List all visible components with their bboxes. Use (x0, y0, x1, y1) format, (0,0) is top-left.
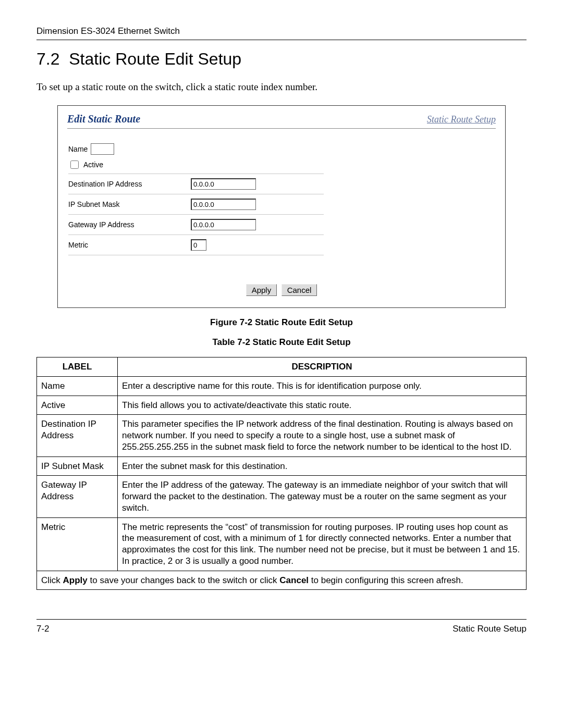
row-label: Metric (37, 517, 118, 571)
footer-section-name: Static Route Setup (452, 624, 527, 634)
table-row: Metric The metric represents the “cost” … (37, 517, 527, 571)
row-desc: Enter the subnet mask for this destinati… (118, 456, 527, 476)
section-number: 7.2 (36, 50, 59, 68)
active-checkbox[interactable] (70, 161, 79, 169)
table-row: Gateway IP Address Enter the IP address … (37, 476, 527, 517)
row-desc: This parameter specifies the IP network … (118, 415, 527, 456)
gateway-ip-input[interactable] (191, 219, 256, 230)
static-route-setup-link[interactable]: Static Route Setup (427, 114, 496, 125)
description-table: LABEL DESCRIPTION Name Enter a descripti… (36, 357, 527, 590)
active-label: Active (83, 161, 103, 169)
row-label: IP Subnet Mask (37, 456, 118, 476)
running-head: Dimension ES-3024 Ethernet Switch (36, 26, 527, 40)
row-desc: The metric represents the “cost” of tran… (118, 517, 527, 571)
section-heading: 7.2 Static Route Edit Setup (36, 50, 527, 69)
panel-header: Edit Static Route Static Route Setup (67, 113, 496, 129)
name-input[interactable] (91, 143, 114, 155)
page-footer: 7-2 Static Route Setup (36, 619, 527, 634)
table-row: Active This field allows you to activate… (37, 396, 527, 415)
table-row: Click Apply to save your changes back to… (37, 571, 527, 590)
table-row: Destination IP Address This parameter sp… (37, 415, 527, 456)
table-footer-note: Click Apply to save your changes back to… (37, 571, 527, 590)
row-desc: Enter the IP address of the gateway. The… (118, 476, 527, 517)
metric-input[interactable] (191, 239, 206, 251)
row-label: Destination IP Address (37, 415, 118, 456)
name-label: Name (68, 145, 88, 153)
table-row: Name Enter a descriptive name for this r… (37, 376, 527, 396)
row-desc: This field allows you to activate/deacti… (118, 396, 527, 415)
subnet-mask-input[interactable] (191, 199, 256, 210)
row-label: Name (37, 376, 118, 396)
intro-text: To set up a static route on the switch, … (36, 81, 527, 93)
dest-ip-input[interactable] (191, 178, 256, 190)
metric-label: Metric (68, 241, 191, 249)
row-desc: Enter a descriptive name for this route.… (118, 376, 527, 396)
subnet-mask-label: IP Subnet Mask (68, 200, 191, 208)
cancel-button[interactable]: Cancel (282, 284, 317, 296)
section-title: Static Route Edit Setup (69, 50, 241, 68)
page-number: 7-2 (36, 624, 50, 634)
th-description: DESCRIPTION (118, 357, 527, 377)
row-label: Active (37, 396, 118, 415)
table-row: IP Subnet Mask Enter the subnet mask for… (37, 456, 527, 476)
figure-caption: Figure 7-2 Static Route Edit Setup (36, 317, 527, 328)
row-label: Gateway IP Address (37, 476, 118, 517)
panel-title: Edit Static Route (67, 113, 140, 125)
dest-ip-label: Destination IP Address (68, 180, 191, 188)
table-caption: Table 7-2 Static Route Edit Setup (36, 337, 527, 348)
apply-button[interactable]: Apply (246, 284, 277, 296)
th-label: LABEL (37, 357, 118, 377)
gateway-ip-label: Gateway IP Address (68, 220, 191, 229)
edit-static-route-panel: Edit Static Route Static Route Setup Nam… (57, 105, 506, 308)
